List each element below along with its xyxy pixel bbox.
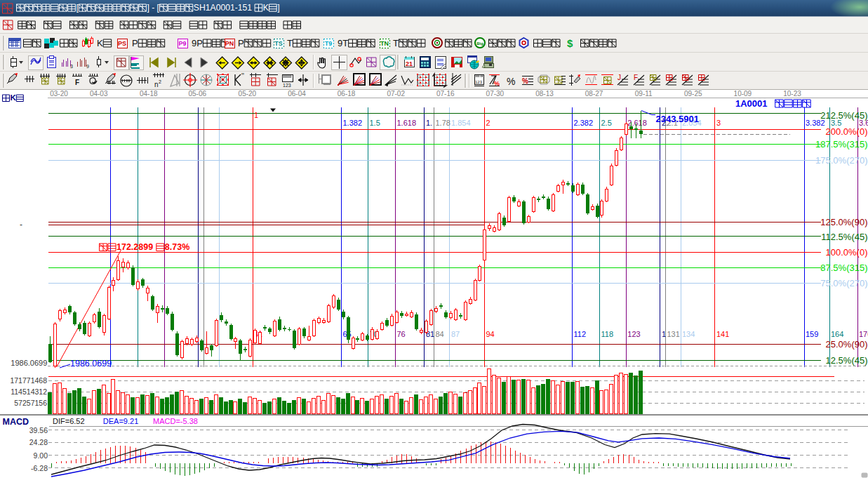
svg-text:170: 170 (859, 330, 868, 338)
svg-text:K: K (11, 93, 17, 102)
svg-text:%: % (507, 76, 515, 87)
svg-text:P: P (238, 38, 244, 48)
svg-text:3.5: 3.5 (831, 119, 841, 127)
svg-text:164: 164 (831, 330, 843, 338)
svg-text:08-27: 08-27 (585, 90, 603, 98)
svg-text:'': '' (241, 72, 244, 80)
svg-text:9.00: 9.00 (34, 451, 48, 460)
svg-text:PS: PS (118, 40, 126, 47)
svg-text:200.0%(0): 200.0%(0) (826, 126, 868, 137)
svg-text:07-16: 07-16 (436, 90, 455, 98)
svg-text:8.73%: 8.73% (165, 242, 189, 252)
svg-text:-: - (20, 220, 22, 230)
svg-text:K: K (97, 38, 103, 48)
svg-text:T9: T9 (325, 40, 333, 47)
svg-text:3: 3 (716, 119, 721, 127)
svg-text:1A0001: 1A0001 (735, 98, 768, 109)
svg-text:1.5: 1.5 (370, 119, 380, 127)
svg-text:04-18: 04-18 (140, 90, 158, 98)
svg-text:2.618: 2.618 (627, 119, 647, 127)
svg-text:05-20: 05-20 (239, 90, 257, 98)
svg-text:1: 1 (662, 330, 666, 338)
svg-text:DEA=9.21: DEA=9.21 (103, 417, 138, 425)
svg-text:3.382: 3.382 (806, 119, 825, 127)
svg-text:57257156: 57257156 (14, 399, 47, 407)
svg-text:MACD=-5.38: MACD=-5.38 (153, 417, 198, 425)
svg-text:125.0%(90): 125.0%(90) (820, 217, 867, 227)
svg-text:TN: TN (380, 40, 389, 47)
svg-text:21: 21 (406, 60, 413, 67)
svg-text:112: 112 (574, 330, 587, 338)
svg-text:PN: PN (225, 40, 234, 47)
svg-text:10-09: 10-09 (734, 90, 752, 98)
svg-text:07-02: 07-02 (387, 90, 405, 98)
svg-text:1986.0699: 1986.0699 (11, 359, 47, 367)
svg-text:] - [: ] - [ (147, 3, 159, 13)
svg-text:08-13: 08-13 (535, 90, 554, 98)
svg-text:9P: 9P (192, 38, 203, 48)
svg-text:2343.5901: 2343.5901 (656, 114, 699, 124)
svg-text:123: 123 (627, 330, 640, 338)
svg-text:84: 84 (436, 330, 444, 338)
svg-text:76: 76 (397, 330, 406, 338)
svg-text:131: 131 (667, 330, 680, 338)
svg-text:9: 9 (86, 64, 89, 69)
svg-text:03-20: 03-20 (50, 90, 68, 98)
svg-text:87: 87 (451, 330, 460, 338)
svg-text:94: 94 (486, 330, 495, 338)
svg-text:06-18: 06-18 (338, 90, 356, 98)
svg-text:1.: 1. (426, 119, 432, 127)
svg-text:10-23: 10-23 (783, 90, 801, 98)
svg-text:]: ] (277, 3, 279, 13)
svg-text:07-30: 07-30 (486, 90, 505, 98)
svg-text:09-11: 09-11 (635, 90, 653, 98)
svg-text:123: 123 (283, 83, 291, 88)
svg-text:12.5%(45): 12.5%(45) (826, 355, 868, 366)
svg-text:1.78: 1.78 (436, 119, 450, 127)
svg-text:141: 141 (716, 330, 729, 338)
svg-text:24.28: 24.28 (29, 438, 48, 446)
svg-text:J: J (617, 74, 621, 81)
svg-text:9T: 9T (338, 38, 348, 48)
svg-text:$: $ (567, 37, 573, 49)
svg-text:MACD: MACD (3, 417, 29, 427)
svg-text:09-25: 09-25 (684, 90, 702, 98)
svg-text:3: 3 (70, 64, 73, 69)
svg-text:171771468: 171771468 (10, 376, 47, 385)
svg-text:2: 2 (486, 119, 490, 127)
svg-text:F: F (634, 74, 638, 81)
svg-text:-6.28: -6.28 (31, 464, 48, 472)
svg-text:187.5%(315): 187.5%(315) (815, 139, 867, 150)
svg-text:172.2899: 172.2899 (116, 242, 153, 252)
svg-text:Big: Big (476, 41, 483, 46)
svg-text:39.56: 39.56 (29, 426, 48, 434)
svg-text:06-04: 06-04 (288, 90, 306, 98)
svg-text:1: 1 (254, 111, 258, 119)
svg-text:2.5: 2.5 (601, 119, 612, 127)
svg-text:114514312: 114514312 (11, 387, 47, 396)
svg-text:04-03: 04-03 (90, 90, 108, 98)
svg-text:05-06: 05-06 (189, 90, 207, 98)
svg-text:118: 118 (601, 330, 614, 338)
svg-text:2: 2 (159, 79, 161, 84)
svg-text:1.382: 1.382 (343, 119, 363, 127)
svg-text:134: 134 (682, 330, 695, 338)
svg-text:%: % (522, 77, 528, 85)
svg-text:175.0%(270): 175.0%(270) (815, 155, 867, 166)
svg-text:1.618: 1.618 (397, 119, 417, 127)
svg-text:100.0%(0): 100.0%(0) (826, 247, 868, 258)
svg-text:25.0%(90): 25.0%(90) (826, 339, 868, 350)
svg-text:SH1A0001-151: SH1A0001-151 (194, 3, 253, 13)
svg-text:75.0%(270): 75.0%(270) (820, 278, 867, 288)
svg-text:87.5%(315): 87.5%(315) (820, 263, 867, 273)
svg-text:T: T (393, 38, 399, 48)
svg-text:DIF=6.52: DIF=6.52 (53, 417, 85, 425)
svg-text:F: F (75, 79, 79, 86)
svg-text:159: 159 (806, 330, 818, 338)
svg-text:K: K (263, 3, 269, 13)
svg-text:P9: P9 (178, 40, 186, 47)
svg-text:T: T (287, 38, 293, 48)
svg-text:P: P (132, 38, 138, 48)
svg-text:123: 123 (475, 80, 483, 84)
svg-text:1.854: 1.854 (451, 119, 471, 127)
